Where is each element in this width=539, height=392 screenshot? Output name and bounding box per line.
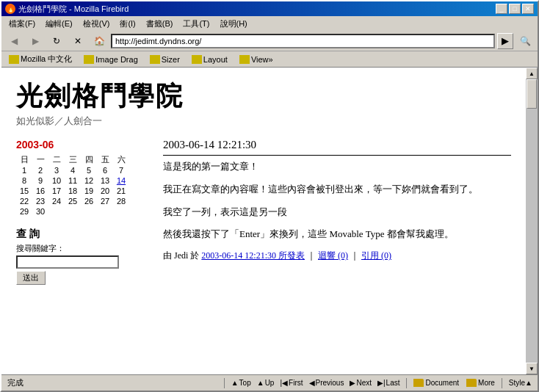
- article-footer-author: 由 Jedi 於: [163, 250, 199, 261]
- style-label[interactable]: Style▲: [507, 379, 535, 387]
- status-nav-up[interactable]: ▲ Up: [255, 379, 277, 387]
- article-paragraph-1: 我正在寫文章的內容喔！這些內容會被刊登出來，等一下妳們就會看到了。: [163, 182, 511, 197]
- calendar-day[interactable]: 26: [81, 196, 97, 206]
- article-title-text: 這是我的第一篇文章！: [163, 159, 511, 175]
- nav-bar: ◀ ▶ ↻ ✕ 🏠 ▶ 🔍: [1, 31, 538, 51]
- calendar-day[interactable]: 21: [113, 186, 129, 196]
- calendar-day[interactable]: 17: [48, 186, 65, 196]
- main-layout: 2003-06 日 一 二 三 四 五: [16, 139, 511, 285]
- cal-header-sat: 六: [113, 154, 129, 165]
- query-label: 搜尋關鍵字：: [16, 243, 148, 254]
- cal-header-mon: 一: [32, 154, 48, 165]
- status-nav-top[interactable]: ▲ Top: [229, 379, 253, 387]
- article-footer: 由 Jedi 於 2003-06-14 12:21:30 所發表 ｜ 迴響 (0…: [163, 250, 511, 262]
- calendar-day[interactable]: 5: [81, 165, 97, 175]
- scroll-track[interactable]: [526, 79, 538, 363]
- scrollbar[interactable]: ▲ ▼: [526, 68, 538, 374]
- calendar-day[interactable]: 12: [81, 175, 97, 186]
- menu-view[interactable]: 檢視(V): [79, 17, 115, 31]
- go-button[interactable]: ▶: [497, 33, 513, 49]
- menu-file[interactable]: 檔案(F): [4, 17, 40, 31]
- title-bar-left: 🔥 光劍格鬥學院 - Mozilla Firebird: [5, 4, 129, 15]
- calendar-day[interactable]: 15: [16, 186, 32, 196]
- bookmark-mozilla[interactable]: Mozilla 中文化: [4, 52, 76, 66]
- scroll-thumb[interactable]: [527, 79, 537, 109]
- back-button[interactable]: ◀: [4, 33, 23, 49]
- scroll-down-button[interactable]: ▼: [526, 363, 538, 374]
- calendar-day[interactable]: 22: [16, 196, 32, 206]
- menu-bookmarks[interactable]: 書籤(B): [142, 17, 178, 31]
- calendar-day[interactable]: 11: [65, 175, 81, 186]
- calendar-day[interactable]: 2: [32, 165, 48, 175]
- calendar-day[interactable]: 13: [97, 175, 113, 186]
- calendar-day: [81, 206, 97, 217]
- bookmark-layout[interactable]: Layout: [187, 54, 232, 65]
- article-section: 2003-06-14 12:21:30 這是我的第一篇文章！ 我正在寫文章的內容…: [163, 139, 511, 285]
- home-button[interactable]: 🏠: [90, 33, 109, 49]
- bookmark-view[interactable]: View»: [235, 54, 278, 65]
- reload-button[interactable]: ↻: [47, 33, 66, 49]
- status-text: 完成: [4, 377, 220, 388]
- calendar-day[interactable]: 10: [48, 175, 65, 186]
- menu-go[interactable]: 衝(I): [115, 17, 140, 31]
- calendar-day[interactable]: 19: [81, 186, 97, 196]
- status-document-button[interactable]: Document: [411, 379, 461, 387]
- query-input[interactable]: [16, 255, 119, 269]
- status-nav-first[interactable]: |◀ First: [278, 379, 305, 387]
- calendar-day[interactable]: 4: [65, 165, 81, 175]
- calendar-day[interactable]: 8: [16, 175, 32, 186]
- calendar-day[interactable]: 20: [97, 186, 113, 196]
- menu-help[interactable]: 說明(H): [216, 17, 252, 31]
- title-bar: 🔥 光劍格鬥學院 - Mozilla Firebird _ □ ✕: [1, 1, 538, 16]
- calendar-day[interactable]: 24: [48, 196, 65, 206]
- calendar-day[interactable]: 27: [97, 196, 113, 206]
- minimize-button[interactable]: _: [496, 4, 507, 14]
- page-content: 光劍格鬥學院 如光似影／人劍合一 2003-06 日 一: [1, 68, 526, 374]
- article-paragraph-2: 我空了一列，表示這是另一段: [163, 205, 511, 220]
- calendar-day[interactable]: 25: [65, 196, 81, 206]
- calendar-day[interactable]: 6: [97, 165, 113, 175]
- maximize-button[interactable]: □: [509, 4, 521, 14]
- calendar-day-link[interactable]: 14: [117, 176, 126, 185]
- article-footer-trackback[interactable]: 引用 (0): [361, 250, 391, 261]
- status-nav-items: ▲ Top ▲ Up |◀ First ◀ Previous ▶ Next ▶|…: [229, 379, 402, 387]
- calendar-day[interactable]: 23: [32, 196, 48, 206]
- calendar-day[interactable]: 30: [32, 206, 48, 217]
- calendar-day[interactable]: 28: [113, 196, 129, 206]
- cal-header-wed: 三: [65, 154, 81, 165]
- calendar-day[interactable]: 7: [113, 165, 129, 175]
- calendar-day[interactable]: 9: [32, 175, 48, 186]
- calendar-table: 日 一 二 三 四 五 六: [16, 154, 129, 217]
- scroll-up-button[interactable]: ▲: [526, 68, 538, 79]
- search-button[interactable]: 🔍: [516, 33, 535, 49]
- calendar-day[interactable]: 1: [16, 165, 32, 175]
- browser-window: 🔥 光劍格鬥學院 - Mozilla Firebird _ □ ✕ 檔案(F) …: [0, 0, 539, 392]
- status-nav-previous[interactable]: ◀ Previous: [307, 379, 347, 387]
- stop-button[interactable]: ✕: [68, 33, 87, 49]
- bookmark-imagedrag[interactable]: Image Drag: [79, 54, 142, 65]
- calendar-day[interactable]: 14: [113, 175, 129, 186]
- bookmark-sizer[interactable]: Sizer: [145, 54, 184, 65]
- submit-button[interactable]: 送出: [16, 271, 46, 285]
- article-footer-link[interactable]: 2003-06-14 12:21:30 所發表: [201, 250, 305, 261]
- status-more-button[interactable]: More: [464, 379, 497, 387]
- menu-tools[interactable]: 工具(T): [178, 17, 214, 31]
- calendar-day[interactable]: 16: [32, 186, 48, 196]
- article-date: 2003-06-14 12:21:30: [163, 139, 511, 156]
- forward-button[interactable]: ▶: [26, 33, 45, 49]
- more-icon: [466, 379, 477, 387]
- menu-edit[interactable]: 編輯(E): [41, 17, 77, 31]
- calendar-day[interactable]: 3: [48, 165, 65, 175]
- calendar-day: [48, 206, 65, 217]
- address-input[interactable]: [111, 34, 495, 48]
- status-nav-last[interactable]: ▶| Last: [375, 379, 402, 387]
- article-footer-comments[interactable]: 迴響 (0): [318, 250, 348, 261]
- calendar-day[interactable]: 29: [16, 206, 32, 217]
- calendar-day: [65, 206, 81, 217]
- close-button[interactable]: ✕: [522, 4, 534, 14]
- cal-header-sun: 日: [16, 154, 32, 165]
- status-nav-next[interactable]: ▶ Next: [347, 379, 374, 387]
- calendar-day[interactable]: 18: [65, 186, 81, 196]
- title-bar-buttons: _ □ ✕: [496, 4, 534, 14]
- inner-page: 光劍格鬥學院 如光似影／人劍合一 2003-06 日 一: [1, 68, 526, 296]
